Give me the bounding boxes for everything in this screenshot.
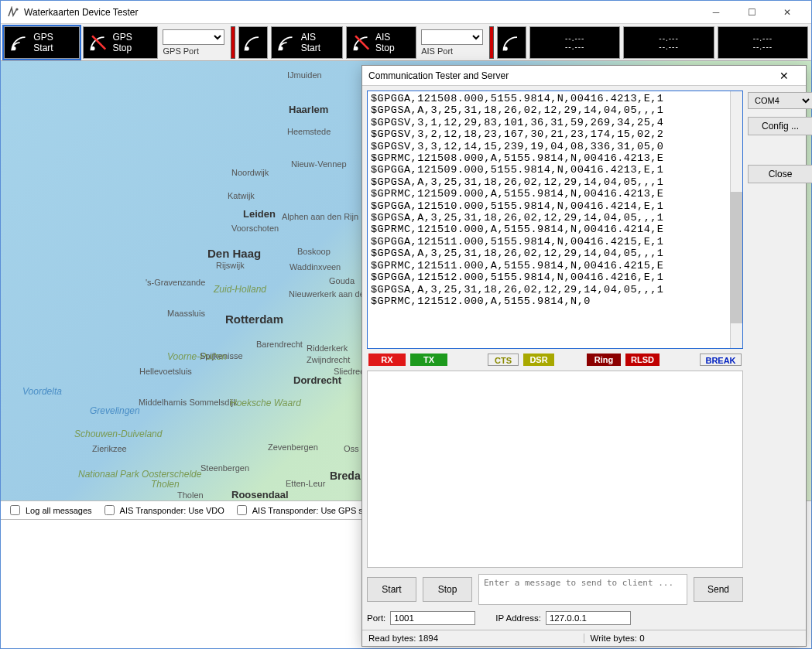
dialog-titlebar: Communication Tester and Server ✕ [362,66,806,86]
map-label: Zevenbergen [268,442,318,452]
map-label: Nieuwerkerk aan den IJssel [289,289,351,299]
map-label: Roosendaal [231,489,289,500]
gps-start-button[interactable]: GPS Start [4,26,80,59]
message-input[interactable] [478,574,687,605]
com-port-select[interactable]: COM4 [748,92,812,109]
map-label: Den Haag [207,247,261,260]
map-label: Etten-Leur [286,479,325,488]
ais-dish-button-2[interactable] [497,26,526,59]
close-button[interactable]: ✕ [769,1,805,24]
svg-point-1 [12,46,15,50]
map-options: Log all messages AIS Transponder: Use VD… [1,501,388,520]
map-label: Hellevoetsluis [139,367,192,376]
map-label: Barendrecht [256,340,303,349]
start-button[interactable]: Start [367,577,416,602]
map-label: Nieuw-Vennep [291,159,347,169]
satellite-stop-icon [88,32,109,53]
port-input[interactable] [390,611,475,625]
satellite-icon [9,32,30,53]
main-area: IJmuiden Haarlem Heemstede Nieuw-Vennep … [1,61,811,648]
map-label: Nationaal Park Oosterschelde [78,469,156,480]
map-label: Haarlem [289,104,328,115]
map-label: Waddinxveen [290,262,341,272]
map-label: Voorschoten [231,224,279,233]
map-label: Voordelta [22,386,62,397]
dialog-close-button[interactable]: ✕ [769,70,800,82]
map-label: 's-Gravenzande [146,278,205,287]
map-label: Rotterdam [225,313,283,326]
svg-point-8 [504,46,508,50]
svg-point-6 [354,46,358,50]
ais-vdo-checkbox[interactable]: AIS Transponder: Use VDO [101,503,224,517]
map-label: Steenbergen [200,463,249,473]
map-label: Dordrecht [293,374,341,386]
port-label: Port: [367,613,385,623]
coord-display-1: --.--- --.--- [529,26,620,59]
map-label: Noordwijk [231,168,269,177]
scroll-thumb[interactable] [730,192,742,323]
toolbar-separator [231,26,235,59]
status-indicators: RX TX CTS DSR Ring RLSD BREAK [367,352,743,367]
send-button[interactable]: Send [694,577,743,602]
ais-port-label: AIS Port [421,46,453,56]
break-indicator: BREAK [700,354,742,366]
ip-label: IP Address: [495,613,541,623]
close-button-dlg[interactable]: Close [748,165,812,183]
toolbar-separator [489,26,494,59]
ais-dish-button[interactable] [238,26,268,59]
nmea-output[interactable]: $GPGGA,121508.000,5155.9814,N,00416.4213… [367,91,743,349]
map-label: Boskoop [297,247,331,256]
gps-start-label: GPS Start [33,32,74,53]
map-label: Leiden [243,208,276,220]
coord-display-2: --.--- --.--- [623,26,714,59]
display-line: --.--- [659,43,678,51]
map-label: Hoeksche Waard [230,398,276,408]
display-line: --.--- [753,43,773,51]
map-label: Katwijk [228,191,255,200]
dialog-title: Communication Tester and Server [368,70,769,81]
app-icon [7,6,19,19]
ais-start-button[interactable]: AIS Start [271,26,342,59]
svg-point-2 [91,46,94,50]
ring-indicator: Ring [587,354,621,366]
gps-port-select[interactable] [163,29,224,45]
ais-gps-checkbox[interactable]: AIS Transponder: Use GPS signal [234,503,381,517]
stop-button[interactable]: Stop [423,577,472,602]
map-label: Oss [344,444,359,453]
map-label: Grevelingen [90,405,140,416]
scrollbar[interactable] [730,91,742,348]
map-label: Zierikzee [92,444,127,453]
output-area-2[interactable] [367,371,743,568]
maximize-button[interactable]: ☐ [734,1,769,24]
svg-point-0 [15,8,18,10]
svg-point-4 [245,46,249,50]
dish-icon [501,32,522,53]
comm-dialog: Communication Tester and Server ✕ $GPGGA… [361,65,807,647]
ip-input[interactable] [546,611,631,625]
map-label: Rijswijk [216,261,245,270]
ais-port-select[interactable] [421,29,483,45]
map-label: Gouda [329,276,355,285]
svg-point-5 [279,46,283,50]
map-label: Schouwen-Duiveland [74,429,121,439]
display-line: --.--- [753,34,773,43]
map-label: Zuid-Holland [214,284,266,295]
rlsd-indicator: RLSD [625,354,660,366]
gps-stop-label: GPS Stop [112,32,152,53]
main-window: Waterkaarten Device Tester ─ ☐ ✕ GPS Sta… [0,0,812,649]
minimize-button[interactable]: ─ [698,1,734,24]
log-all-checkbox[interactable]: Log all messages [7,503,92,517]
map-label: Breda [330,470,361,482]
dish-icon [242,32,264,53]
gps-stop-button[interactable]: GPS Stop [83,26,158,59]
gps-port-label: GPS Port [163,46,198,56]
ais-start-label: AIS Start [301,32,337,53]
satellite-stop-icon [351,32,372,53]
map-label: IJmuiden [287,70,322,80]
config-button[interactable]: Config ... [748,117,812,135]
map-label: Alphen aan den Rijn [282,212,328,221]
ais-stop-button[interactable]: AIS Stop [346,26,417,59]
read-bytes: Read bytes: 1894 [362,634,584,643]
display-line: --.--- [565,43,584,51]
coord-display-3: --.--- --.--- [718,26,808,59]
